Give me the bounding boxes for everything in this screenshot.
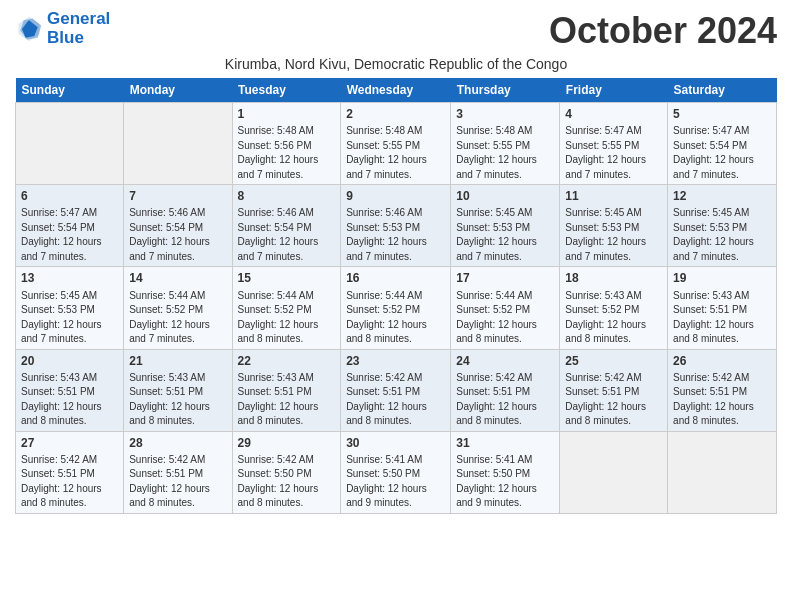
day-number: 3: [456, 106, 554, 122]
calendar-week-2: 6Sunrise: 5:47 AM Sunset: 5:54 PM Daylig…: [16, 185, 777, 267]
day-number: 29: [238, 435, 336, 451]
calendar-cell: 25Sunrise: 5:42 AM Sunset: 5:51 PM Dayli…: [560, 349, 668, 431]
day-detail: Sunrise: 5:42 AM Sunset: 5:51 PM Dayligh…: [673, 372, 754, 427]
day-detail: Sunrise: 5:42 AM Sunset: 5:51 PM Dayligh…: [346, 372, 427, 427]
weekday-header-tuesday: Tuesday: [232, 78, 341, 103]
calendar-cell: 26Sunrise: 5:42 AM Sunset: 5:51 PM Dayli…: [668, 349, 777, 431]
calendar-cell: 24Sunrise: 5:42 AM Sunset: 5:51 PM Dayli…: [451, 349, 560, 431]
day-number: 7: [129, 188, 226, 204]
day-number: 16: [346, 270, 445, 286]
day-detail: Sunrise: 5:43 AM Sunset: 5:51 PM Dayligh…: [673, 290, 754, 345]
calendar-cell: 8Sunrise: 5:46 AM Sunset: 5:54 PM Daylig…: [232, 185, 341, 267]
day-number: 12: [673, 188, 771, 204]
page-header: General Blue October 2024: [15, 10, 777, 52]
calendar-week-3: 13Sunrise: 5:45 AM Sunset: 5:53 PM Dayli…: [16, 267, 777, 349]
day-detail: Sunrise: 5:42 AM Sunset: 5:51 PM Dayligh…: [565, 372, 646, 427]
day-number: 20: [21, 353, 118, 369]
day-detail: Sunrise: 5:42 AM Sunset: 5:51 PM Dayligh…: [456, 372, 537, 427]
day-detail: Sunrise: 5:47 AM Sunset: 5:54 PM Dayligh…: [673, 125, 754, 180]
day-detail: Sunrise: 5:41 AM Sunset: 5:50 PM Dayligh…: [346, 454, 427, 509]
calendar-cell: 31Sunrise: 5:41 AM Sunset: 5:50 PM Dayli…: [451, 431, 560, 513]
calendar-cell: 22Sunrise: 5:43 AM Sunset: 5:51 PM Dayli…: [232, 349, 341, 431]
day-number: 27: [21, 435, 118, 451]
day-detail: Sunrise: 5:44 AM Sunset: 5:52 PM Dayligh…: [346, 290, 427, 345]
day-detail: Sunrise: 5:47 AM Sunset: 5:54 PM Dayligh…: [21, 207, 102, 262]
calendar-cell: 13Sunrise: 5:45 AM Sunset: 5:53 PM Dayli…: [16, 267, 124, 349]
day-number: 15: [238, 270, 336, 286]
calendar-body: 1Sunrise: 5:48 AM Sunset: 5:56 PM Daylig…: [16, 103, 777, 514]
calendar-cell: 4Sunrise: 5:47 AM Sunset: 5:55 PM Daylig…: [560, 103, 668, 185]
day-number: 28: [129, 435, 226, 451]
day-number: 4: [565, 106, 662, 122]
day-detail: Sunrise: 5:43 AM Sunset: 5:51 PM Dayligh…: [238, 372, 319, 427]
calendar-cell: 17Sunrise: 5:44 AM Sunset: 5:52 PM Dayli…: [451, 267, 560, 349]
day-detail: Sunrise: 5:42 AM Sunset: 5:50 PM Dayligh…: [238, 454, 319, 509]
logo: General Blue: [15, 10, 110, 47]
calendar-cell: 18Sunrise: 5:43 AM Sunset: 5:52 PM Dayli…: [560, 267, 668, 349]
day-number: 25: [565, 353, 662, 369]
calendar-cell: 10Sunrise: 5:45 AM Sunset: 5:53 PM Dayli…: [451, 185, 560, 267]
day-number: 1: [238, 106, 336, 122]
day-number: 2: [346, 106, 445, 122]
calendar-cell: 12Sunrise: 5:45 AM Sunset: 5:53 PM Dayli…: [668, 185, 777, 267]
calendar-week-1: 1Sunrise: 5:48 AM Sunset: 5:56 PM Daylig…: [16, 103, 777, 185]
calendar-cell: 30Sunrise: 5:41 AM Sunset: 5:50 PM Dayli…: [341, 431, 451, 513]
day-number: 8: [238, 188, 336, 204]
day-number: 11: [565, 188, 662, 204]
day-number: 9: [346, 188, 445, 204]
day-detail: Sunrise: 5:48 AM Sunset: 5:55 PM Dayligh…: [456, 125, 537, 180]
day-detail: Sunrise: 5:45 AM Sunset: 5:53 PM Dayligh…: [21, 290, 102, 345]
day-number: 22: [238, 353, 336, 369]
day-detail: Sunrise: 5:47 AM Sunset: 5:55 PM Dayligh…: [565, 125, 646, 180]
calendar-cell: 27Sunrise: 5:42 AM Sunset: 5:51 PM Dayli…: [16, 431, 124, 513]
calendar-cell: 15Sunrise: 5:44 AM Sunset: 5:52 PM Dayli…: [232, 267, 341, 349]
day-detail: Sunrise: 5:45 AM Sunset: 5:53 PM Dayligh…: [456, 207, 537, 262]
weekday-header-monday: Monday: [124, 78, 232, 103]
day-number: 30: [346, 435, 445, 451]
day-detail: Sunrise: 5:41 AM Sunset: 5:50 PM Dayligh…: [456, 454, 537, 509]
day-number: 10: [456, 188, 554, 204]
calendar-cell: 5Sunrise: 5:47 AM Sunset: 5:54 PM Daylig…: [668, 103, 777, 185]
day-detail: Sunrise: 5:46 AM Sunset: 5:53 PM Dayligh…: [346, 207, 427, 262]
day-number: 21: [129, 353, 226, 369]
calendar-cell: 21Sunrise: 5:43 AM Sunset: 5:51 PM Dayli…: [124, 349, 232, 431]
location-title: Kirumba, Nord Kivu, Democratic Republic …: [15, 56, 777, 72]
weekday-header-saturday: Saturday: [668, 78, 777, 103]
calendar-cell: 19Sunrise: 5:43 AM Sunset: 5:51 PM Dayli…: [668, 267, 777, 349]
day-detail: Sunrise: 5:44 AM Sunset: 5:52 PM Dayligh…: [238, 290, 319, 345]
calendar-cell: 14Sunrise: 5:44 AM Sunset: 5:52 PM Dayli…: [124, 267, 232, 349]
calendar-cell: 2Sunrise: 5:48 AM Sunset: 5:55 PM Daylig…: [341, 103, 451, 185]
day-number: 17: [456, 270, 554, 286]
logo-text: General Blue: [47, 10, 110, 47]
day-detail: Sunrise: 5:48 AM Sunset: 5:56 PM Dayligh…: [238, 125, 319, 180]
day-detail: Sunrise: 5:43 AM Sunset: 5:51 PM Dayligh…: [129, 372, 210, 427]
calendar-cell: 20Sunrise: 5:43 AM Sunset: 5:51 PM Dayli…: [16, 349, 124, 431]
calendar-cell: 6Sunrise: 5:47 AM Sunset: 5:54 PM Daylig…: [16, 185, 124, 267]
day-detail: Sunrise: 5:44 AM Sunset: 5:52 PM Dayligh…: [129, 290, 210, 345]
day-detail: Sunrise: 5:45 AM Sunset: 5:53 PM Dayligh…: [673, 207, 754, 262]
weekday-header-wednesday: Wednesday: [341, 78, 451, 103]
day-number: 6: [21, 188, 118, 204]
day-detail: Sunrise: 5:43 AM Sunset: 5:52 PM Dayligh…: [565, 290, 646, 345]
weekday-header-thursday: Thursday: [451, 78, 560, 103]
calendar-cell: [16, 103, 124, 185]
day-number: 24: [456, 353, 554, 369]
weekday-header-sunday: Sunday: [16, 78, 124, 103]
day-number: 5: [673, 106, 771, 122]
calendar-cell: 9Sunrise: 5:46 AM Sunset: 5:53 PM Daylig…: [341, 185, 451, 267]
logo-icon: [15, 15, 43, 43]
calendar-cell: 28Sunrise: 5:42 AM Sunset: 5:51 PM Dayli…: [124, 431, 232, 513]
day-number: 19: [673, 270, 771, 286]
weekday-header-row: SundayMondayTuesdayWednesdayThursdayFrid…: [16, 78, 777, 103]
calendar-week-5: 27Sunrise: 5:42 AM Sunset: 5:51 PM Dayli…: [16, 431, 777, 513]
day-number: 26: [673, 353, 771, 369]
day-number: 31: [456, 435, 554, 451]
day-detail: Sunrise: 5:43 AM Sunset: 5:51 PM Dayligh…: [21, 372, 102, 427]
calendar-table: SundayMondayTuesdayWednesdayThursdayFrid…: [15, 78, 777, 514]
month-title: October 2024: [549, 10, 777, 52]
day-detail: Sunrise: 5:44 AM Sunset: 5:52 PM Dayligh…: [456, 290, 537, 345]
calendar-cell: [560, 431, 668, 513]
day-detail: Sunrise: 5:46 AM Sunset: 5:54 PM Dayligh…: [129, 207, 210, 262]
calendar-cell: 1Sunrise: 5:48 AM Sunset: 5:56 PM Daylig…: [232, 103, 341, 185]
day-detail: Sunrise: 5:42 AM Sunset: 5:51 PM Dayligh…: [129, 454, 210, 509]
